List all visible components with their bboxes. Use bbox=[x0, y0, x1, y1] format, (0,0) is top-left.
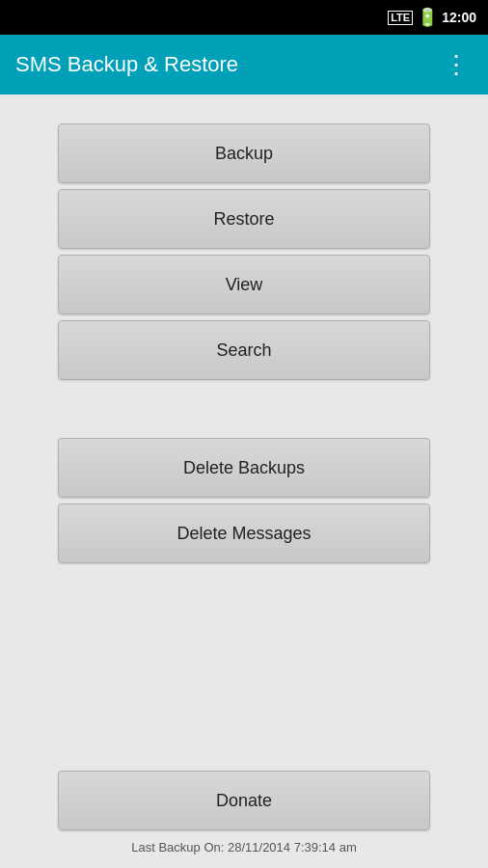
restore-button[interactable]: Restore bbox=[58, 189, 430, 249]
search-button[interactable]: Search bbox=[58, 320, 430, 380]
delete-messages-button[interactable]: Delete Messages bbox=[58, 503, 430, 563]
status-icons: LTE 🔋 12:00 bbox=[388, 7, 476, 28]
app-bar: SMS Backup & Restore ⋮ bbox=[0, 35, 488, 95]
backup-button[interactable]: Backup bbox=[58, 123, 430, 183]
middle-button-group: Delete Backups Delete Messages bbox=[0, 438, 488, 563]
app-title: SMS Backup & Restore bbox=[15, 52, 238, 77]
overflow-menu-button[interactable]: ⋮ bbox=[440, 46, 473, 84]
delete-backups-button[interactable]: Delete Backups bbox=[58, 438, 430, 498]
view-button[interactable]: View bbox=[58, 255, 430, 314]
battery-icon: 🔋 bbox=[417, 7, 438, 28]
bottom-section: Donate Last Backup On: 28/11/2014 7:39:1… bbox=[0, 771, 488, 868]
status-bar: LTE 🔋 12:00 bbox=[0, 0, 488, 35]
main-content: Backup Restore View Search Delete Backup… bbox=[0, 95, 488, 868]
lte-icon: LTE bbox=[388, 11, 413, 25]
last-backup-label: Last Backup On: 28/11/2014 7:39:14 am bbox=[131, 840, 356, 858]
clock: 12:00 bbox=[442, 10, 476, 25]
donate-button[interactable]: Donate bbox=[58, 771, 430, 830]
top-button-group: Backup Restore View Search bbox=[0, 123, 488, 380]
